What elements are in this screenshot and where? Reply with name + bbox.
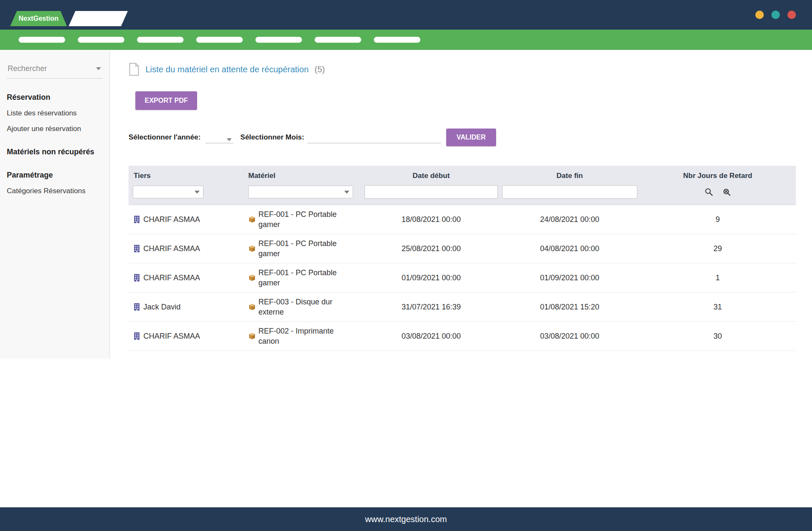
building-icon (134, 216, 140, 223)
chevron-down-icon (227, 138, 232, 141)
nav-pill[interactable] (78, 37, 124, 43)
materiel-name[interactable]: REF-002 - Imprimante canon (258, 326, 349, 346)
nav-pill[interactable] (315, 37, 361, 43)
building-icon (134, 274, 140, 282)
date-debut-value: 18/08/2021 00:00 (362, 211, 500, 228)
title-bar: NextGestion (0, 0, 812, 30)
table-body: CHARIF ASMAA REF-001 - PC Portable gamer… (129, 205, 796, 351)
table-filter-row (129, 183, 796, 205)
retard-value: 31 (639, 298, 796, 316)
export-pdf-button[interactable]: EXPORT PDF (135, 91, 197, 110)
filter-bar: Sélectionner l'année: Sélectionner Mois:… (129, 129, 796, 146)
date-debut-value: 25/08/2021 00:00 (362, 240, 500, 257)
footer-url: www.nextgestion.com (365, 515, 447, 524)
table-row: Jack David REF-003 - Disque dur externe … (129, 293, 796, 322)
column-header-retard[interactable]: Nbr Jours de Retard (639, 166, 796, 183)
sidebar: Rechercher Réservation Liste des réserva… (0, 50, 110, 359)
column-header-tiers[interactable]: Tiers (129, 166, 247, 183)
column-header-date-debut[interactable]: Date début (362, 166, 500, 183)
document-icon (129, 63, 140, 76)
main-content: Liste du matériel en attente de récupéra… (110, 50, 812, 359)
table-header: Tiers Matériel Date début Date fin Nbr J… (129, 166, 796, 205)
column-header-date-fin[interactable]: Date fin (500, 166, 639, 183)
nav-pill[interactable] (374, 37, 420, 43)
window-controls (755, 11, 796, 19)
table-row: CHARIF ASMAA REF-001 - PC Portable gamer… (129, 234, 796, 263)
package-icon (248, 245, 256, 252)
nav-pill[interactable] (255, 37, 302, 43)
chevron-down-icon (195, 191, 200, 194)
package-icon (248, 333, 256, 340)
date-debut-value: 31/07/2021 16:39 (362, 298, 500, 316)
date-fin-value: 04/08/2021 00:00 (500, 240, 639, 257)
retard-value: 30 (639, 328, 796, 345)
month-input[interactable] (307, 131, 441, 143)
brand-label: NextGestion (19, 15, 58, 22)
tiers-filter-select[interactable] (133, 186, 203, 198)
sidebar-item-categories-reservations[interactable]: Catégories Réservations (7, 187, 103, 195)
retard-value: 29 (639, 240, 796, 257)
year-filter-label: Sélectionner l'année: (129, 133, 200, 142)
building-icon (134, 245, 140, 252)
window-close-button[interactable] (787, 11, 796, 19)
nav-pill[interactable] (137, 37, 184, 43)
package-icon (248, 216, 256, 223)
date-fin-value: 01/09/2021 00:00 (500, 269, 639, 287)
page-title-count: (5) (315, 65, 325, 74)
chevron-down-icon (344, 191, 349, 194)
sidebar-item-liste-reservations[interactable]: Liste des réservations (7, 109, 103, 118)
search-icon[interactable] (703, 186, 715, 198)
building-icon (134, 303, 140, 311)
brand-tab[interactable]: NextGestion (10, 11, 67, 26)
secondary-tab[interactable] (69, 11, 128, 26)
column-header-materiel[interactable]: Matériel (247, 166, 362, 183)
chevron-down-icon (96, 67, 101, 70)
date-fin-filter-input[interactable] (502, 185, 637, 199)
tiers-name[interactable]: CHARIF ASMAA (143, 215, 200, 224)
date-fin-value: 03/08/2021 00:00 (500, 328, 639, 345)
window-minimize-button[interactable] (755, 11, 764, 19)
package-icon (248, 274, 256, 282)
retard-value: 9 (639, 211, 796, 228)
tiers-name[interactable]: CHARIF ASMAA (143, 274, 200, 282)
header-tabs: NextGestion (10, 11, 128, 26)
tiers-name[interactable]: CHARIF ASMAA (143, 244, 200, 253)
date-debut-value: 01/09/2021 00:00 (362, 269, 500, 287)
app-window: NextGestion Rechercher Réservation Liste… (0, 0, 812, 531)
content-row: Rechercher Réservation Liste des réserva… (0, 50, 812, 359)
tiers-name[interactable]: CHARIF ASMAA (143, 332, 200, 341)
materiel-name[interactable]: REF-001 - PC Portable gamer (258, 268, 349, 288)
date-fin-value: 01/08/2021 15:20 (500, 298, 639, 316)
month-filter-label: Sélectionner Mois: (240, 133, 304, 142)
table-row: CHARIF ASMAA REF-002 - Imprimante canon … (129, 322, 796, 351)
sidebar-item-ajouter-reservation[interactable]: Ajouter une réservation (7, 125, 103, 133)
retard-value: 1 (639, 269, 796, 287)
page-title-row: Liste du matériel en attente de récupéra… (129, 63, 796, 76)
package-icon (248, 304, 256, 311)
tiers-name[interactable]: Jack David (143, 303, 181, 312)
materiel-name[interactable]: REF-001 - PC Portable gamer (258, 238, 349, 259)
materials-table: Tiers Matériel Date début Date fin Nbr J… (129, 166, 796, 351)
page-title: Liste du matériel en attente de récupéra… (145, 65, 309, 74)
table-header-labels: Tiers Matériel Date début Date fin Nbr J… (129, 166, 796, 183)
table-row: CHARIF ASMAA REF-001 - PC Portable gamer… (129, 205, 796, 234)
date-debut-filter-input[interactable] (365, 185, 498, 199)
sidebar-search-placeholder: Rechercher (8, 64, 47, 73)
validate-button[interactable]: VALIDER (446, 129, 496, 146)
sidebar-heading-parametrage: Paramétrage (7, 171, 103, 180)
sidebar-item-materiels-non-recuperes[interactable]: Matériels non récupérés (7, 148, 103, 156)
building-icon (134, 332, 140, 340)
clear-search-icon[interactable] (721, 186, 732, 198)
materiel-name[interactable]: REF-003 - Disque dur externe (258, 297, 349, 317)
sidebar-heading-reservation: Réservation (7, 93, 103, 102)
sidebar-search-select[interactable]: Rechercher (7, 63, 103, 79)
materiel-name[interactable]: REF-001 - PC Portable gamer (258, 209, 349, 230)
date-debut-value: 03/08/2021 00:00 (362, 328, 500, 345)
nav-pill[interactable] (19, 37, 65, 43)
window-maximize-button[interactable] (771, 11, 780, 19)
nav-pill[interactable] (196, 37, 243, 43)
materiel-filter-select[interactable] (248, 186, 353, 198)
footer: www.nextgestion.com (0, 507, 812, 531)
table-row: CHARIF ASMAA REF-001 - PC Portable gamer… (129, 263, 796, 293)
year-select[interactable] (206, 131, 233, 143)
